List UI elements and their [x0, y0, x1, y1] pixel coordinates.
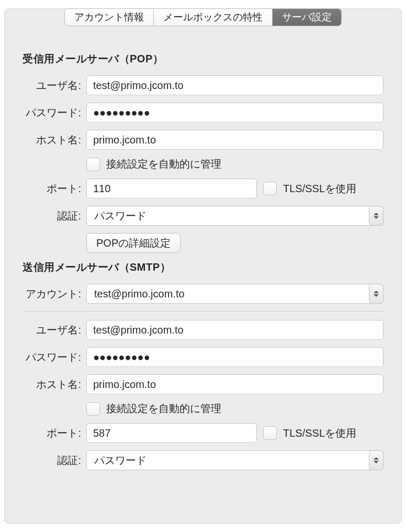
incoming-password-input[interactable]: [86, 103, 384, 123]
incoming-auth-label: 認証:: [22, 209, 86, 223]
incoming-port-label: ポート:: [22, 182, 86, 196]
outgoing-auth-value: パスワード: [94, 453, 146, 468]
outgoing-host-label: ホスト名:: [22, 378, 86, 392]
incoming-tlsssl-label: TLS/SSLを使用: [283, 182, 356, 196]
outgoing-auto-manage-checkbox[interactable]: [86, 402, 100, 416]
outgoing-account-value: test@primo.jcom.to: [94, 288, 185, 300]
pop-advanced-button[interactable]: POPの詳細設定: [86, 233, 181, 253]
outgoing-tlsssl-checkbox[interactable]: [263, 426, 277, 440]
updown-stepper-icon: [369, 450, 384, 470]
incoming-auth-select[interactable]: パスワード: [86, 206, 384, 226]
settings-panel: アカウント情報 メールボックスの特性 サーバ設定 受信用メールサーバ（POP） …: [4, 8, 402, 524]
outgoing-auth-label: 認証:: [22, 453, 86, 468]
outgoing-account-label: アカウント:: [22, 287, 86, 301]
outgoing-auto-manage-label: 接続設定を自動的に管理: [106, 402, 221, 416]
updown-stepper-icon: [369, 284, 384, 304]
incoming-host-label: ホスト名:: [22, 133, 86, 147]
updown-stepper-icon: [369, 206, 384, 226]
incoming-username-input[interactable]: [86, 75, 384, 95]
outgoing-tlsssl-label: TLS/SSLを使用: [283, 426, 356, 440]
incoming-host-input[interactable]: [86, 130, 384, 150]
incoming-section-title: 受信用メールサーバ（POP）: [22, 52, 384, 66]
outgoing-username-input[interactable]: [86, 320, 384, 340]
tab-mailbox-behaviors[interactable]: メールボックスの特性: [154, 9, 273, 26]
outgoing-host-input[interactable]: [86, 374, 384, 394]
tab-bar: アカウント情報 メールボックスの特性 サーバ設定: [64, 8, 342, 26]
outgoing-port-label: ポート:: [22, 426, 86, 440]
incoming-tlsssl-checkbox[interactable]: [263, 182, 277, 195]
outgoing-password-label: パスワード:: [22, 350, 86, 364]
outgoing-username-label: ユーザ名:: [22, 323, 86, 337]
tab-account-info[interactable]: アカウント情報: [65, 9, 154, 26]
incoming-port-input[interactable]: [86, 179, 257, 198]
outgoing-account-select[interactable]: test@primo.jcom.to: [86, 284, 384, 304]
incoming-auth-value: パスワード: [94, 209, 146, 223]
incoming-auto-manage-checkbox[interactable]: [86, 158, 100, 171]
outgoing-section-title: 送信用メールサーバ（SMTP）: [22, 260, 384, 274]
tab-server-settings[interactable]: サーバ設定: [273, 9, 341, 26]
divider: [22, 311, 384, 312]
incoming-password-label: パスワード:: [22, 106, 86, 120]
incoming-auto-manage-label: 接続設定を自動的に管理: [106, 157, 221, 171]
outgoing-auth-select[interactable]: パスワード: [86, 450, 384, 470]
incoming-username-label: ユーザ名:: [22, 79, 86, 93]
outgoing-password-input[interactable]: [86, 347, 384, 367]
outgoing-port-input[interactable]: [86, 423, 257, 443]
